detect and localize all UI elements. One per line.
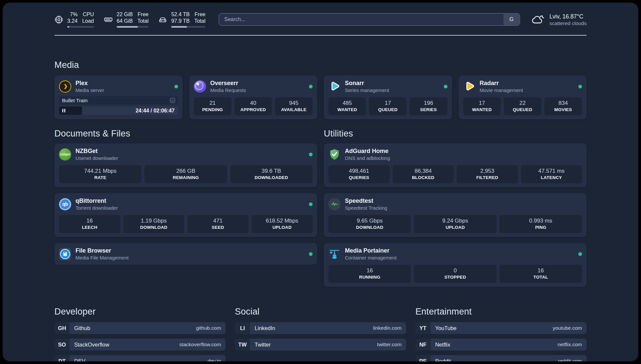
card-adguard[interactable]: AdGuard Home DNS and adblocking 498,461Q… bbox=[324, 143, 587, 187]
stat-filtered: 2,953FILTERED bbox=[457, 165, 518, 183]
resource-monitors: 7% 3.24 CPU Load bbox=[54, 11, 205, 28]
card-subtitle: Container management bbox=[345, 255, 574, 261]
section-title-utilities: Utilities bbox=[324, 129, 587, 139]
stat-ping: 0.993 msPING bbox=[500, 215, 582, 233]
bookmark-stackoverflow[interactable]: SO StackOverflowstackoverflow.com bbox=[54, 339, 226, 350]
bookmark-abbr: SO bbox=[54, 339, 70, 350]
stat-wanted: 17WANTED bbox=[463, 97, 501, 115]
card-qbittorrent[interactable]: qb qBittorrent Torrent downloader 16LEEC… bbox=[54, 193, 317, 237]
bookmark-url: netflix.com bbox=[558, 342, 582, 348]
memory-labels: Free Total bbox=[137, 11, 149, 24]
memory-values: 22 GiB 64 GiB bbox=[117, 11, 133, 24]
memory-icon bbox=[104, 15, 113, 24]
stat-queued: 17QUEUED bbox=[369, 97, 407, 115]
bookmark-abbr: TW bbox=[235, 339, 250, 350]
bookmark-url: reddit.com bbox=[558, 358, 582, 361]
bookmark-url: twitter.com bbox=[377, 342, 402, 348]
bookmark-abbr: DT bbox=[54, 355, 70, 361]
card-radarr[interactable]: Radarr Movie management 17WANTED 22QUEUE… bbox=[459, 76, 587, 119]
card-title: Plex bbox=[76, 79, 170, 87]
stat-pending: 21PENDING bbox=[194, 97, 231, 115]
card-speedtest[interactable]: Speedtest Speedtest Tracking 9.65 GbpsDO… bbox=[324, 193, 587, 237]
radarr-icon bbox=[463, 80, 475, 93]
stat-movies: 834MOVIES bbox=[544, 97, 582, 115]
qbittorrent-icon: qb bbox=[59, 198, 71, 210]
bookmark-abbr: YT bbox=[415, 322, 431, 334]
disk-labels: Free Total bbox=[194, 11, 205, 24]
stat-upload: 618.52 MbpsUPLOAD bbox=[252, 215, 313, 233]
cpu-widget: 7% 3.24 CPU Load bbox=[54, 11, 94, 28]
weather-location-temp: Lviv, 16.87°C bbox=[549, 13, 587, 20]
status-dot bbox=[309, 153, 313, 156]
cpu-labels: CPU Load bbox=[82, 11, 94, 24]
card-portainer[interactable]: Media Portainer Container management 16R… bbox=[324, 243, 587, 287]
adguard-icon bbox=[328, 148, 341, 161]
weather-widget: Lviv, 16.87°C scattered clouds bbox=[532, 13, 587, 26]
memory-progress-bar bbox=[117, 26, 149, 28]
top-bar: 7% 3.24 CPU Load bbox=[54, 11, 587, 28]
header-divider bbox=[54, 35, 587, 36]
card-subtitle: Series management bbox=[345, 87, 440, 93]
stat-download: 9.65 GbpsDOWNLOAD bbox=[328, 215, 411, 233]
search-engine-button[interactable]: G bbox=[504, 14, 519, 25]
bookmark-linkedin[interactable]: LI LinkedInlinkedin.com bbox=[235, 322, 406, 334]
memory-widget: 22 GiB 64 GiB Free Total bbox=[104, 11, 149, 28]
stat-wanted: 485WANTED bbox=[328, 97, 366, 115]
stat-download: 1.19 GbpsDOWNLOAD bbox=[123, 215, 185, 233]
card-title: Overseerr bbox=[210, 79, 305, 87]
disk-progress-bar bbox=[171, 26, 205, 28]
bookmark-url: youtube.com bbox=[553, 325, 582, 331]
section-title-documents: Documents & Files bbox=[54, 129, 317, 139]
search-input[interactable] bbox=[219, 13, 520, 26]
card-sonarr[interactable]: Sonarr Series management 485WANTED 17QUE… bbox=[324, 76, 452, 119]
card-subtitle: Media File Management bbox=[76, 255, 305, 261]
section-title-media: Media bbox=[54, 60, 587, 70]
bookmark-abbr: GH bbox=[54, 322, 70, 334]
stat-approved: 40APPROVED bbox=[234, 97, 272, 115]
bookmark-netflix[interactable]: NF Netflixnetflix.com bbox=[415, 339, 587, 350]
bookmark-name: Github bbox=[74, 325, 90, 331]
bookmark-dev[interactable]: DT DEVdev.to bbox=[54, 355, 226, 361]
media-type-icon bbox=[170, 98, 175, 103]
card-plex[interactable]: Plex Media server Bullet Train 24:44 / 0… bbox=[54, 76, 183, 119]
stat-queued: 22QUEUED bbox=[504, 97, 541, 115]
status-dot bbox=[578, 85, 582, 88]
bookmark-abbr: NF bbox=[415, 339, 431, 350]
bookmark-reddit[interactable]: RE Redditreddit.com bbox=[415, 355, 587, 361]
card-filebrowser[interactable]: File Browser Media File Management bbox=[54, 243, 317, 265]
stat-downloaded: 39.6 TBDOWNLOADED bbox=[230, 165, 313, 183]
disk-widget: 52.4 TB 97.9 TB Free Total bbox=[158, 11, 205, 28]
pause-icon bbox=[62, 109, 65, 112]
card-title: Speedtest bbox=[345, 197, 582, 205]
stat-rate: 744.21 MbpsRATE bbox=[59, 165, 141, 183]
stat-upload: 9.24 GbpsUPLOAD bbox=[414, 215, 496, 233]
cpu-icon bbox=[54, 15, 63, 24]
bookmark-twitter[interactable]: TW Twittertwitter.com bbox=[235, 339, 406, 350]
playback-progress-bar: 24:44 / 02:06:47 bbox=[59, 106, 178, 115]
speedtest-icon bbox=[328, 198, 341, 210]
section-media: Media Plex Media server Bullet Train bbox=[54, 60, 587, 119]
bookmark-github[interactable]: GH Githubgithub.com bbox=[54, 322, 226, 334]
bookmark-url: linkedin.com bbox=[373, 325, 402, 331]
bookmark-name: Reddit bbox=[435, 358, 451, 362]
section-title-social: Social bbox=[235, 307, 406, 317]
search-bar: G bbox=[219, 13, 520, 26]
section-developer: Developer GH Githubgithub.com SO StackOv… bbox=[54, 307, 226, 361]
card-title: Media Portainer bbox=[345, 247, 574, 255]
bookmark-url: dev.to bbox=[207, 358, 221, 361]
card-overseerr[interactable]: Overseerr Media Requests 21PENDING 40APP… bbox=[189, 76, 318, 119]
card-subtitle: Usenet downloader bbox=[76, 155, 305, 161]
status-dot bbox=[444, 85, 447, 88]
bookmark-name: Twitter bbox=[255, 342, 271, 348]
card-nzbget[interactable]: nzbget NZBGet Usenet downloader 744.21 M… bbox=[54, 143, 317, 187]
stat-leech: 16LEECH bbox=[59, 215, 120, 233]
bookmark-name: StackOverflow bbox=[74, 342, 109, 348]
bookmark-name: DEV bbox=[74, 358, 85, 362]
cloud-icon bbox=[532, 14, 545, 25]
weather-condition: scattered clouds bbox=[549, 20, 587, 26]
bookmark-abbr: RE bbox=[415, 355, 431, 361]
now-playing-title: Bullet Train bbox=[62, 98, 170, 104]
bookmark-youtube[interactable]: YT YouTubeyoutube.com bbox=[415, 322, 587, 334]
stat-available: 945AVAILABLE bbox=[275, 97, 313, 115]
bookmark-name: YouTube bbox=[435, 325, 457, 331]
